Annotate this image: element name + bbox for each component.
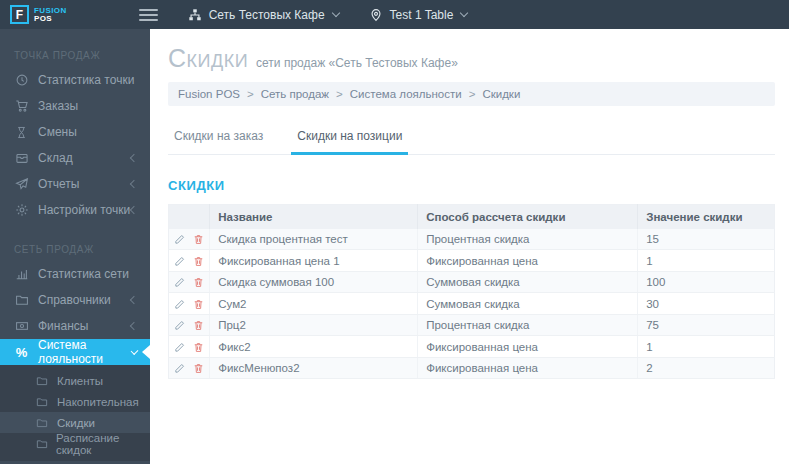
network-selector-label: Сеть Тестовых Кафе xyxy=(209,8,325,22)
sidebar-item-label: Смены xyxy=(38,125,77,139)
actions-column-header xyxy=(169,205,210,230)
sidebar-item-directories[interactable]: Справочники xyxy=(0,287,150,313)
folder-icon xyxy=(14,293,29,308)
topbar: F FUSION POS Сеть Тестовых Кафе Test 1 T xyxy=(0,0,789,29)
edit-icon[interactable] xyxy=(174,342,185,353)
discounts-table: Название Способ рассчета скидки Значение… xyxy=(168,204,775,379)
trash-icon[interactable] xyxy=(193,363,204,374)
table-header-row: Название Способ рассчета скидки Значение… xyxy=(169,205,775,230)
location-pin-icon xyxy=(369,8,390,22)
discount-name: Фикс2 xyxy=(210,336,418,357)
discount-value: 15 xyxy=(638,229,775,250)
box-icon xyxy=(14,151,29,166)
discount-name: Сум2 xyxy=(210,293,418,314)
bar-chart-icon xyxy=(14,267,29,282)
discount-name: Прц2 xyxy=(210,314,418,335)
sidebar-item-point-settings[interactable]: Настройки точки xyxy=(0,197,150,223)
sidebar-item-loyalty[interactable]: % Система лояльности xyxy=(0,339,150,365)
edit-icon[interactable] xyxy=(174,363,185,374)
discount-tabs: Скидки на заказ Скидки на позиции xyxy=(168,121,775,155)
chevron-left-icon xyxy=(130,206,138,214)
breadcrumb-item-root[interactable]: Fusion POS xyxy=(178,88,240,100)
tab-position-discounts[interactable]: Скидки на позиции xyxy=(291,121,408,155)
discount-value: 30 xyxy=(638,293,775,314)
edit-icon[interactable] xyxy=(174,299,185,310)
sidebar-item-label: Финансы xyxy=(38,319,88,333)
submenu-item-label: Накопительная xyxy=(57,396,139,408)
submenu-item-discount-schedule[interactable]: Расписание скидок xyxy=(0,433,150,454)
paper-plane-icon xyxy=(14,177,29,192)
trash-icon[interactable] xyxy=(193,320,204,331)
discount-method: Фиксированная цена xyxy=(418,336,638,357)
app-logo[interactable]: F FUSION POS xyxy=(10,5,67,24)
discount-method: Фиксированная цена xyxy=(418,357,638,378)
trash-icon[interactable] xyxy=(193,277,204,288)
sidebar-item-label: Система лояльности xyxy=(38,338,132,366)
clock-icon xyxy=(14,73,29,88)
discount-method: Процентная скидка xyxy=(418,229,638,250)
edit-icon[interactable] xyxy=(174,320,185,331)
tab-order-discounts[interactable]: Скидки на заказ xyxy=(168,121,269,155)
sidebar: ТОЧКА ПРОДАЖ Статистика точки Заказы Сме… xyxy=(0,29,150,464)
banknote-icon xyxy=(14,319,29,334)
sidebar-item-network-stats[interactable]: Статистика сети xyxy=(0,261,150,287)
breadcrumb-item-network[interactable]: Сеть продаж xyxy=(261,88,329,100)
sidebar-item-label: Заказы xyxy=(38,99,78,113)
sidebar-item-shifts[interactable]: Смены xyxy=(0,119,150,145)
table-row: Фиксированная цена 1 Фиксированная цена … xyxy=(169,250,775,271)
edit-icon[interactable] xyxy=(174,256,185,267)
menu-toggle-icon[interactable] xyxy=(139,6,158,24)
sidebar-item-label: Отчеты xyxy=(38,177,79,191)
discount-value: 1 xyxy=(638,250,775,271)
discount-method: Процентная скидка xyxy=(418,314,638,335)
discount-name: Скидка процентная тест xyxy=(210,229,418,250)
submenu-item-accumulative[interactable]: Накопительная xyxy=(0,391,150,412)
breadcrumb-separator: > xyxy=(336,88,343,100)
sidebar-item-orders[interactable]: Заказы xyxy=(0,93,150,119)
submenu-item-clients[interactable]: Клиенты xyxy=(0,370,150,391)
table-row: Фикс2 Фиксированная цена 1 xyxy=(169,336,775,357)
value-column-header: Значение скидки xyxy=(638,205,775,230)
submenu-item-label: Скидки xyxy=(57,417,95,429)
page-title: Скидки xyxy=(168,44,248,73)
discounts-section-title: СКИДКИ xyxy=(168,178,775,193)
table-row: ФиксМенюпоз2 Фиксированная цена 2 xyxy=(169,357,775,378)
sidebar-item-finance[interactable]: Финансы xyxy=(0,313,150,339)
trash-icon[interactable] xyxy=(193,234,204,245)
sidebar-item-warehouse[interactable]: Склад xyxy=(0,145,150,171)
folder-icon xyxy=(36,395,49,408)
breadcrumb-item-loyalty[interactable]: Система лояльности xyxy=(350,88,462,100)
sidebar-item-reports[interactable]: Отчеты xyxy=(0,171,150,197)
trash-icon[interactable] xyxy=(193,256,204,267)
discount-method: Суммовая скидка xyxy=(418,293,638,314)
breadcrumb-separator: > xyxy=(469,88,476,100)
sidebar-item-point-stats[interactable]: Статистика точки xyxy=(0,67,150,93)
discount-method: Суммовая скидка xyxy=(418,271,638,292)
table-row: Сум2 Суммовая скидка 30 xyxy=(169,293,775,314)
edit-icon[interactable] xyxy=(174,234,185,245)
logo-f-icon: F xyxy=(10,5,29,24)
sitemap-icon xyxy=(188,8,209,22)
folder-icon xyxy=(36,374,49,387)
trash-icon[interactable] xyxy=(193,299,204,310)
sidebar-item-label: Статистика точки xyxy=(38,73,134,87)
sidebar-item-label: Настройки точки xyxy=(38,203,130,217)
trash-icon[interactable] xyxy=(193,342,204,353)
edit-icon[interactable] xyxy=(174,277,185,288)
network-selector[interactable]: Сеть Тестовых Кафе xyxy=(188,8,339,22)
discount-name: Фиксированная цена 1 xyxy=(210,250,418,271)
discount-name: ФиксМенюпоз2 xyxy=(210,357,418,378)
submenu-item-discounts[interactable]: Скидки xyxy=(0,412,150,433)
discount-name: Скидка суммовая 100 xyxy=(210,271,418,292)
chevron-left-icon xyxy=(130,180,138,188)
breadcrumb-separator: > xyxy=(247,88,254,100)
chevron-left-icon xyxy=(130,154,138,162)
name-column-header: Название xyxy=(210,205,418,230)
discount-method: Фиксированная цена xyxy=(418,250,638,271)
location-selector[interactable]: Test 1 Table xyxy=(369,8,468,22)
table-row: Прц2 Процентная скидка 75 xyxy=(169,314,775,335)
submenu-item-label: Расписание скидок xyxy=(56,432,150,456)
folder-icon xyxy=(36,416,49,429)
cart-icon xyxy=(14,99,29,114)
table-row: Скидка суммовая 100 Суммовая скидка 100 xyxy=(169,271,775,292)
